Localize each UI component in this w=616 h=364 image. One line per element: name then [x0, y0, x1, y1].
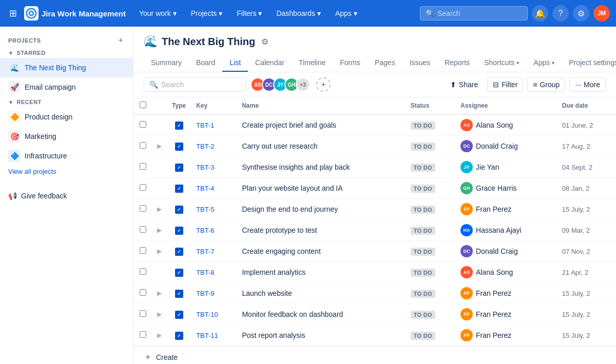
row-key-cell[interactable]: TBT-9: [191, 283, 237, 304]
projects-nav[interactable]: Projects ▾: [186, 6, 228, 21]
row-expand-cell[interactable]: ▶: [152, 304, 167, 325]
row-name-cell[interactable]: Monitor feedback on dashboard: [237, 304, 405, 325]
more-button[interactable]: ··· More: [569, 77, 606, 92]
user-avatar[interactable]: JM: [593, 5, 610, 22]
group-button[interactable]: ≡ Group: [527, 77, 565, 92]
row-key-cell[interactable]: TBT-7: [191, 241, 237, 262]
grid-icon[interactable]: ⊞: [6, 5, 20, 22]
row-name-cell[interactable]: Create prototype to test: [237, 220, 405, 241]
tab-timeline[interactable]: Timeline: [292, 54, 333, 72]
row-expand-cell[interactable]: ▶: [152, 136, 167, 157]
tab-shortcuts[interactable]: Shortcuts ▾: [477, 54, 526, 72]
row-key-cell[interactable]: TBT-8: [191, 262, 237, 283]
tab-list[interactable]: List: [222, 54, 248, 72]
row-checkbox[interactable]: [140, 247, 146, 254]
row-key-cell[interactable]: TBT-11: [191, 325, 237, 346]
recent-section-header[interactable]: ▼ RECENT: [0, 97, 133, 107]
add-project-button[interactable]: ＋: [117, 35, 125, 46]
row-name-cell[interactable]: Plan your website layout and IA: [237, 178, 405, 199]
sidebar-item-next-big-thing[interactable]: 🌊 The Next Big Thing: [0, 58, 133, 77]
row-expand-cell[interactable]: ▶: [152, 220, 167, 241]
assignee-avatar: FP: [460, 287, 473, 299]
row-checkbox[interactable]: [140, 289, 146, 296]
row-checkbox[interactable]: [140, 226, 146, 233]
tab-reports[interactable]: Reports: [437, 54, 477, 72]
sidebar-item-email-campaign[interactable]: 🚀 Email campaign: [0, 77, 133, 97]
row-checkbox[interactable]: [140, 268, 146, 275]
filters-nav[interactable]: Filters ▾: [232, 6, 267, 21]
tab-board[interactable]: Board: [189, 54, 222, 72]
list-search-input[interactable]: [161, 80, 241, 89]
row-expand-cell[interactable]: ▶: [152, 283, 167, 304]
search-icon: 🔍: [426, 9, 434, 17]
row-key-cell[interactable]: TBT-1: [191, 114, 237, 136]
tab-summary[interactable]: Summary: [144, 54, 189, 72]
notifications-button[interactable]: 🔔: [532, 5, 548, 22]
row-name-cell[interactable]: Synthesise insights and play back: [237, 157, 405, 178]
row-name-cell[interactable]: Carry out user research: [237, 136, 405, 157]
row-checkbox[interactable]: [140, 184, 146, 191]
row-checkbox[interactable]: [140, 121, 146, 128]
row-checkbox[interactable]: [140, 205, 146, 212]
add-assignee-button[interactable]: +: [316, 77, 331, 92]
avatar-overflow-count[interactable]: +3: [296, 77, 310, 92]
row-expand-cell[interactable]: ▶: [152, 241, 167, 262]
filter-button[interactable]: ⊟ Filter: [487, 77, 523, 92]
row-key-cell[interactable]: TBT-2: [191, 136, 237, 157]
assignee-name: Grace Harris: [476, 184, 516, 192]
share-button[interactable]: ⬆ Share: [445, 78, 483, 91]
row-checkbox-cell: [133, 325, 152, 346]
row-name-cell[interactable]: Create project brief and goals: [237, 114, 405, 136]
row-checkbox[interactable]: [140, 310, 146, 317]
dashboards-nav[interactable]: Dashboards ▾: [271, 6, 326, 21]
global-search-bar[interactable]: 🔍: [420, 6, 528, 21]
row-expand-cell[interactable]: ▶: [152, 325, 167, 346]
table-row: ✓ TBT-4 Plan your website layout and IA …: [133, 178, 616, 199]
tab-calendar[interactable]: Calendar: [248, 54, 292, 72]
row-key-cell[interactable]: TBT-3: [191, 157, 237, 178]
project-settings-icon[interactable]: ⚙: [261, 37, 268, 47]
tab-apps[interactable]: Apps ▾: [526, 54, 562, 72]
tab-forms[interactable]: Forms: [333, 54, 368, 72]
tab-project-settings[interactable]: Project settings: [562, 54, 616, 72]
sidebar-item-infrastructure[interactable]: 🔷 Infrastructure: [0, 146, 133, 166]
row-expand-cell[interactable]: [152, 178, 167, 199]
row-due-date-cell: 17 Aug, 2: [557, 136, 616, 157]
row-name-cell[interactable]: Create engaging content: [237, 241, 405, 262]
row-status-cell: TO DO: [406, 325, 455, 346]
global-search-input[interactable]: [437, 9, 522, 17]
row-name-cell[interactable]: Design the end to end journey: [237, 199, 405, 220]
row-checkbox[interactable]: [140, 142, 146, 149]
row-expand-cell[interactable]: ▶: [152, 199, 167, 220]
row-key-cell[interactable]: TBT-6: [191, 220, 237, 241]
group-icon: ≡: [533, 80, 537, 89]
row-name-cell[interactable]: Launch website: [237, 283, 405, 304]
row-key-cell[interactable]: TBT-5: [191, 199, 237, 220]
row-name-cell[interactable]: Post report analysis: [237, 325, 405, 346]
row-key-cell[interactable]: TBT-10: [191, 304, 237, 325]
assignee-name: Fran Perez: [476, 205, 511, 213]
tab-issues[interactable]: Issues: [402, 54, 437, 72]
row-key-cell[interactable]: TBT-4: [191, 178, 237, 199]
help-button[interactable]: ?: [552, 5, 569, 22]
give-feedback[interactable]: 📢 Give feedback: [0, 188, 133, 204]
your-work-nav[interactable]: Your work ▾: [134, 6, 182, 21]
sidebar-item-product-design[interactable]: 🔶 Product design: [0, 107, 133, 127]
starred-section-header[interactable]: ▼ STARRED: [0, 48, 133, 58]
row-expand-cell[interactable]: [152, 114, 167, 136]
logo[interactable]: Jira Work Management: [24, 6, 126, 21]
row-name-cell[interactable]: Implement analytics: [237, 262, 405, 283]
list-search-bar[interactable]: 🔍: [144, 77, 246, 92]
row-checkbox[interactable]: [140, 163, 146, 170]
select-all-checkbox[interactable]: [140, 102, 146, 108]
settings-button[interactable]: ⚙: [573, 5, 589, 22]
row-checkbox[interactable]: [140, 331, 146, 338]
view-all-projects[interactable]: View all projects: [0, 166, 133, 177]
row-expand-cell[interactable]: [152, 157, 167, 178]
create-row[interactable]: ＋ Create: [133, 346, 616, 364]
tab-pages[interactable]: Pages: [368, 54, 402, 72]
row-expand-cell[interactable]: [152, 262, 167, 283]
apps-nav[interactable]: Apps ▾: [330, 6, 362, 21]
sidebar-item-marketing[interactable]: 🎯 Marketing: [0, 127, 133, 146]
projects-header[interactable]: Projects ＋: [0, 33, 133, 48]
